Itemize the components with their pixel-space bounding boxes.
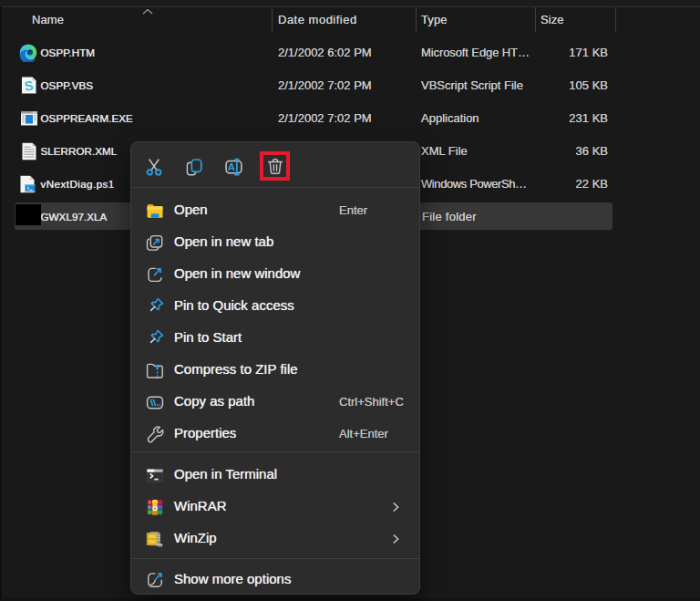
svg-text:A: A bbox=[227, 161, 234, 172]
